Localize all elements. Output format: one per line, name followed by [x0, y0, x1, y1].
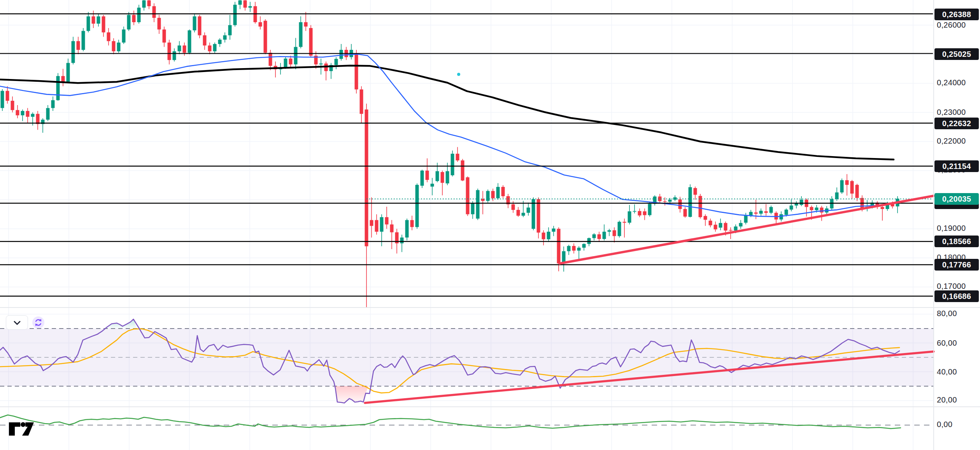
price-level-badge: 0,16686: [934, 290, 979, 302]
chart-pane[interactable]: [0, 0, 980, 450]
price-level-badge: 0,17766: [934, 259, 979, 271]
price-scale[interactable]: 0,270000,260000,240000,230000,220000,210…: [934, 0, 980, 450]
axis-label: 0,24000: [937, 78, 966, 87]
tradingview-logo[interactable]: [9, 421, 34, 437]
axis-label: 20,00: [937, 396, 957, 404]
candles: [1, 0, 899, 264]
dot-marker[interactable]: [457, 73, 460, 76]
indicator-collapse-button[interactable]: [6, 315, 28, 330]
axis-label: 0,00: [937, 420, 952, 429]
price-level-badge: 0,26388: [934, 9, 979, 20]
axis-label: 0,23000: [937, 108, 966, 117]
indicator-refresh-button[interactable]: [32, 316, 44, 329]
axis-label: 0,17000: [937, 282, 966, 291]
tradingview-logo-icon: [9, 421, 34, 437]
price-level-badge: 0,18566: [934, 236, 979, 247]
axis-label: 0,22000: [937, 137, 966, 146]
chevron-down-icon: [12, 318, 22, 328]
oscillator-line[interactable]: [0, 415, 901, 429]
chart-root: 0,270000,260000,240000,230000,220000,210…: [0, 0, 980, 450]
axis-label: 0,26000: [937, 21, 966, 30]
axis-label: 40,00: [937, 367, 957, 376]
axis-label: 80,00: [937, 309, 957, 318]
price-level-badge: 0,22632: [934, 118, 979, 129]
refresh-icon: [33, 318, 43, 327]
axis-label: 60,00: [937, 339, 957, 348]
price-level-badge: 0,21154: [934, 160, 979, 172]
current-price-badge: 0,20035: [934, 193, 979, 205]
price-level-badge: 0,25025: [934, 48, 979, 60]
axis-label: 0,19000: [937, 224, 966, 233]
trendline-main[interactable]: [559, 196, 934, 264]
